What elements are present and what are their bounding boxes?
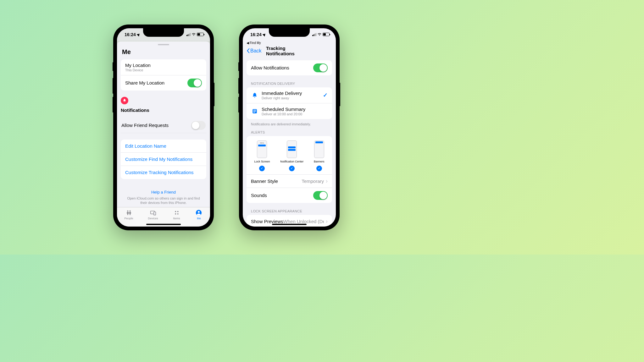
allow-notifications-toggle[interactable] xyxy=(313,63,328,72)
back-button[interactable]: Back xyxy=(247,48,262,54)
sounds-toggle[interactable] xyxy=(313,191,328,200)
banner-style-row[interactable]: Banner Style Temporary › xyxy=(247,175,332,188)
svg-rect-12 xyxy=(253,111,256,111)
mute-switch xyxy=(113,62,114,71)
home-indicator[interactable] xyxy=(146,224,181,225)
power-button xyxy=(214,83,214,106)
status-time: 16:24 xyxy=(250,32,262,37)
battery-icon xyxy=(323,33,330,36)
sounds-row: Sounds xyxy=(247,188,332,203)
help-text: Open iCloud.com so others can sign in an… xyxy=(125,196,203,206)
my-location-row[interactable]: My Location This Device xyxy=(121,59,206,75)
allow-friend-requests-label: Allow Friend Requests xyxy=(121,123,169,128)
delivery-header: NOTIFICATION DELIVERY xyxy=(243,82,336,87)
allow-friend-requests-row: Allow Friend Requests xyxy=(121,118,206,133)
my-location-label: My Location xyxy=(125,63,202,68)
status-time: 16:24 xyxy=(125,32,136,37)
notch xyxy=(269,28,310,37)
battery-icon xyxy=(197,33,204,36)
check-icon: ✓ xyxy=(259,166,265,171)
volume-down-button xyxy=(113,97,114,112)
notch xyxy=(143,28,184,37)
phone-right: 16:24 ◀Find My Back Tracking Notificatio… xyxy=(239,25,340,230)
alert-banners[interactable]: Banners ✓ xyxy=(314,140,325,171)
allow-notifications-row: Allow Notifications xyxy=(247,60,332,75)
alert-types-row: 09:41 Lock Screen ✓ Notification Center … xyxy=(247,136,332,175)
svg-rect-11 xyxy=(253,110,256,110)
share-my-location-row: Share My Location xyxy=(121,75,206,90)
tab-items[interactable]: Items xyxy=(173,209,180,220)
delivery-footer: Notifications are delivered immediately. xyxy=(243,120,336,130)
svg-point-6 xyxy=(175,213,176,214)
svg-point-4 xyxy=(175,211,176,212)
my-location-sub: This Device xyxy=(125,68,202,72)
customize-tracking-link[interactable]: Customize Tracking Notifications xyxy=(121,166,206,179)
svg-rect-3 xyxy=(153,212,155,215)
home-indicator[interactable] xyxy=(272,224,307,225)
alert-lock-screen[interactable]: 09:41 Lock Screen ✓ xyxy=(254,140,270,171)
share-my-location-label: Share My Location xyxy=(125,80,164,85)
cellular-signal-icon xyxy=(312,33,316,36)
navigation-bar: Back Tracking Notifications xyxy=(243,45,336,57)
screen-tracking-notifications: 16:24 ◀Find My Back Tracking Notificatio… xyxy=(243,28,336,227)
wifi-icon xyxy=(317,32,322,37)
sheet-title: Me xyxy=(117,48,210,59)
sheet-grabber[interactable] xyxy=(158,44,169,45)
customize-findmy-link[interactable]: Customize Find My Notifications xyxy=(121,153,206,166)
share-location-toggle[interactable] xyxy=(187,79,202,87)
check-icon: ✓ xyxy=(316,166,322,171)
summary-icon xyxy=(251,108,258,114)
location-indicator-icon xyxy=(136,32,141,36)
allow-friend-requests-toggle[interactable] xyxy=(191,121,206,130)
screen-findmy-me: 16:24 Me My Location This Device xyxy=(117,28,210,227)
alert-notification-center[interactable]: Notification Center ✓ xyxy=(280,140,303,171)
svg-point-7 xyxy=(177,213,178,214)
volume-down-button xyxy=(238,97,239,112)
allow-notifications-label: Allow Notifications xyxy=(251,65,289,70)
cellular-signal-icon xyxy=(186,33,191,36)
location-indicator-icon xyxy=(262,32,266,36)
svg-point-5 xyxy=(177,211,178,212)
chevron-right-icon: › xyxy=(326,218,328,225)
mute-switch xyxy=(238,62,239,71)
volume-up-button xyxy=(238,78,239,94)
phone-left: 16:24 Me My Location This Device xyxy=(113,25,214,230)
tab-devices[interactable]: Devices xyxy=(148,209,158,220)
bell-icon xyxy=(121,97,128,104)
edit-location-name-link[interactable]: Edit Location Name xyxy=(121,140,206,153)
tab-me[interactable]: Me xyxy=(195,209,203,220)
scheduled-summary-row[interactable]: Scheduled Summary Deliver at 10:00 and 2… xyxy=(247,103,332,119)
power-button xyxy=(339,83,340,106)
check-icon: ✓ xyxy=(289,166,295,171)
help-a-friend-link[interactable]: Help a Friend xyxy=(125,190,203,195)
tab-people[interactable]: People xyxy=(124,209,133,220)
checkmark-icon: ✓ xyxy=(323,92,328,99)
immediate-delivery-row[interactable]: Immediate Delivery Deliver right away ✓ xyxy=(247,87,332,103)
svg-rect-13 xyxy=(253,112,255,112)
wifi-icon xyxy=(192,32,196,37)
svg-point-0 xyxy=(127,210,128,211)
me-sheet: Me My Location This Device Share My Loca… xyxy=(117,41,210,216)
lock-appearance-header: LOCK SCREEN APPEARANCE xyxy=(243,209,336,215)
svg-point-1 xyxy=(129,210,130,211)
chevron-right-icon: › xyxy=(326,178,328,184)
page-title: Tracking Notifications xyxy=(266,46,313,56)
bell-icon xyxy=(251,92,258,98)
breadcrumb-back-to-app[interactable]: ◀Find My xyxy=(243,41,336,45)
notifications-heading: Notifications xyxy=(121,107,206,113)
svg-point-9 xyxy=(198,211,200,213)
alerts-header: ALERTS xyxy=(243,130,336,136)
volume-up-button xyxy=(113,78,114,94)
